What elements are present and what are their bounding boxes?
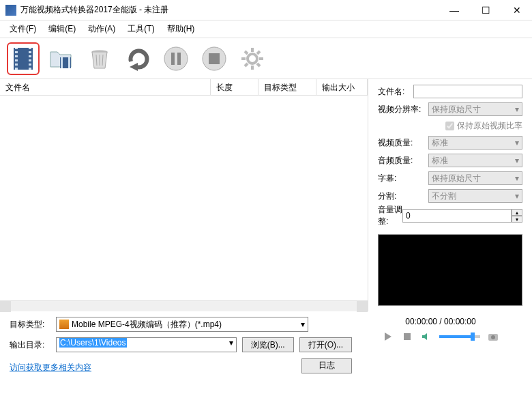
stop-small-icon (403, 333, 411, 341)
time-display: 00:00:00 / 00:00:00 (405, 317, 475, 326)
split-label: 分割: (378, 190, 428, 202)
svg-rect-8 (29, 49, 31, 51)
svg-rect-21 (171, 53, 175, 65)
convert-arrow-icon (124, 45, 151, 72)
horizontal-scrollbar[interactable] (0, 300, 368, 311)
svg-line-31 (257, 63, 260, 66)
filename-label: 文件名: (378, 86, 413, 98)
resolution-select[interactable]: 保持原始尺寸 (428, 102, 522, 116)
settings-button[interactable] (236, 42, 269, 75)
svg-rect-7 (15, 66, 18, 68)
video-quality-select[interactable]: 标准 (428, 136, 522, 150)
play-button[interactable] (382, 330, 394, 343)
subtitle-value: 保持原始尺寸 (432, 173, 481, 184)
svg-rect-15 (68, 57, 70, 68)
delete-button[interactable] (83, 42, 116, 75)
pause-icon (162, 45, 190, 72)
svg-rect-22 (177, 53, 181, 65)
video-quality-value: 标准 (432, 137, 448, 149)
player-stop-button[interactable] (401, 330, 413, 343)
file-list-header: 文件名 长度 目标类型 输出大小 (0, 79, 368, 96)
audio-quality-select[interactable]: 标准 (428, 154, 522, 167)
menu-tools[interactable]: 工具(T) (123, 21, 158, 37)
close-button[interactable]: ✕ (507, 3, 527, 17)
svg-line-30 (245, 51, 248, 54)
add-folder-button[interactable] (45, 42, 78, 75)
svg-rect-9 (29, 53, 31, 55)
split-select[interactable]: 不分割 (428, 189, 522, 203)
speaker-icon (422, 332, 431, 341)
svg-rect-4 (15, 53, 18, 55)
app-icon (5, 5, 16, 16)
minimize-button[interactable]: — (445, 3, 464, 17)
open-button[interactable]: 打开(O)... (299, 337, 352, 352)
output-dir-value: C:\Users\1\Videos (59, 338, 127, 348)
col-filename[interactable]: 文件名 (0, 79, 211, 95)
snapshot-button[interactable] (487, 330, 499, 343)
resolution-label: 视频分辨率: (378, 104, 428, 115)
trash-icon (86, 45, 113, 72)
col-output-size[interactable]: 输出大小 (316, 79, 368, 95)
filename-input[interactable] (413, 85, 522, 98)
audio-quality-value: 标准 (432, 155, 448, 167)
resolution-value: 保持原始尺寸 (432, 104, 481, 115)
subtitle-select[interactable]: 保持原始尺寸 (428, 171, 522, 185)
svg-point-36 (491, 335, 495, 339)
svg-rect-5 (15, 57, 18, 59)
add-file-button[interactable] (7, 42, 40, 75)
keep-ratio-label: 保持原始视频比率 (457, 120, 522, 132)
svg-rect-10 (29, 57, 31, 59)
file-list-body[interactable] (0, 96, 368, 300)
maximize-button[interactable]: ☐ (476, 3, 495, 17)
folder-film-icon (48, 45, 75, 72)
camera-icon (488, 332, 499, 341)
volume-icon-button[interactable] (420, 330, 432, 343)
window-title: 万能视频格式转换器2017全能版 - 未注册 (20, 4, 445, 16)
stop-button[interactable] (198, 42, 231, 75)
menu-action[interactable]: 动作(A) (84, 21, 119, 37)
menu-edit[interactable]: 编辑(E) (44, 21, 80, 37)
target-type-combo[interactable]: Mobile MPEG-4视频编码（推荐）(*.mp4) (56, 317, 308, 332)
gear-icon (239, 45, 266, 72)
svg-point-20 (164, 47, 188, 70)
output-dir-input[interactable]: C:\Users\1\Videos (56, 337, 237, 352)
target-type-value: Mobile MPEG-4视频编码（推荐）(*.mp4) (72, 319, 222, 330)
svg-rect-34 (404, 333, 411, 340)
svg-rect-14 (61, 57, 63, 68)
split-value: 不分割 (432, 190, 456, 202)
browse-button[interactable]: 浏览(B)... (242, 337, 294, 352)
target-type-label: 目标类型: (10, 319, 50, 330)
video-quality-label: 视频质量: (378, 137, 428, 149)
svg-rect-24 (209, 53, 220, 64)
svg-rect-6 (15, 61, 18, 63)
pause-button[interactable] (160, 42, 192, 75)
video-preview (378, 234, 522, 306)
more-content-link[interactable]: 访问获取更多相关内容 (10, 362, 91, 373)
volume-label: 音量调整: (378, 204, 402, 227)
volume-input[interactable] (402, 209, 512, 223)
svg-rect-3 (15, 49, 18, 51)
format-icon (59, 320, 69, 329)
col-target-type[interactable]: 目标类型 (258, 79, 316, 95)
svg-line-33 (257, 51, 260, 54)
keep-ratio-checkbox[interactable] (445, 122, 454, 130)
svg-line-32 (245, 63, 248, 66)
volume-up-button[interactable]: ▲ (512, 209, 522, 216)
svg-rect-12 (29, 66, 31, 68)
menu-file[interactable]: 文件(F) (5, 21, 40, 37)
col-length[interactable]: 长度 (211, 79, 258, 95)
output-dir-label: 输出目录: (10, 339, 50, 351)
menu-help[interactable]: 帮助(H) (163, 21, 199, 37)
svg-rect-11 (29, 61, 31, 63)
svg-point-25 (248, 54, 257, 63)
play-icon (383, 332, 393, 341)
film-icon (10, 45, 37, 72)
subtitle-label: 字幕: (378, 173, 428, 184)
volume-slider[interactable] (439, 335, 480, 338)
volume-down-button[interactable]: ▼ (512, 216, 522, 223)
convert-button[interactable] (121, 42, 154, 75)
log-button[interactable]: 日志 (301, 358, 352, 373)
audio-quality-label: 音频质量: (378, 155, 428, 167)
stop-icon (201, 45, 228, 72)
